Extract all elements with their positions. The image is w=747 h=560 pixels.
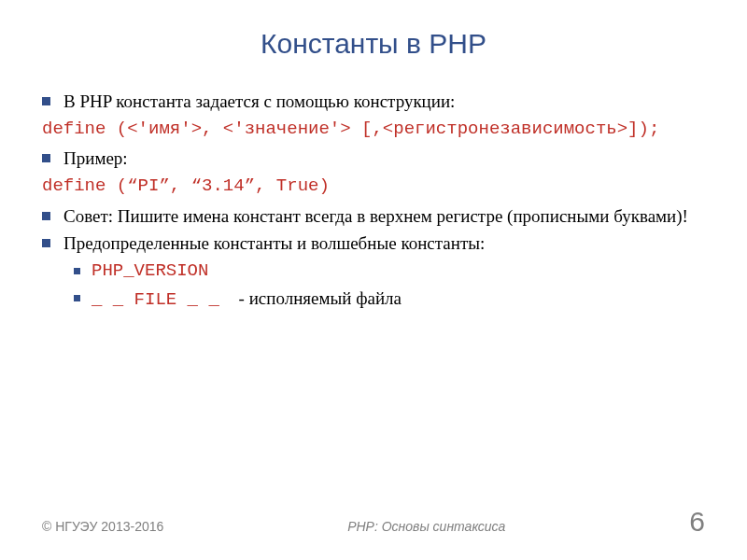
slide: Константы в PHP В PHP константа задается… <box>0 0 747 560</box>
list-item: Совет: Пишите имена констант всегда в ве… <box>42 204 705 229</box>
bullet-icon <box>74 268 80 274</box>
sublist-item: PHP_VERSION <box>42 259 705 284</box>
footer-title: PHP: Основы синтаксиса <box>163 519 689 534</box>
list-text: В PHP константа задается с помощью конст… <box>63 90 705 114</box>
bullet-icon <box>42 212 50 220</box>
code-inline: _ _ FILE _ _ <box>92 289 219 310</box>
code-line: PHP_VERSION <box>92 259 705 284</box>
list-item: В PHP константа задается с помощью конст… <box>42 90 705 114</box>
copyright: © НГУЭУ 2013-2016 <box>42 519 163 534</box>
slide-footer: © НГУЭУ 2013-2016 PHP: Основы синтаксиса… <box>0 506 747 538</box>
slide-content: В PHP константа задается с помощью конст… <box>42 90 705 313</box>
page-number: 6 <box>689 506 705 538</box>
list-text: Пример: <box>63 147 705 171</box>
slide-title: Константы в PHP <box>42 28 705 60</box>
bullet-icon <box>42 239 50 247</box>
bullet-icon <box>42 154 50 162</box>
code-line: define (“PI”, “3.14”, True) <box>42 175 705 199</box>
sublist-item: _ _ FILE _ _ - исполняемый файла <box>42 287 705 313</box>
list-text: Предопределенные константы и волшебные к… <box>63 231 705 256</box>
list-text: _ _ FILE _ _ - исполняемый файла <box>92 287 705 313</box>
list-item: Предопределенные константы и волшебные к… <box>42 231 705 256</box>
bullet-icon <box>42 97 50 105</box>
bullet-icon <box>74 295 80 301</box>
list-item: Пример: <box>42 147 705 171</box>
code-line: define (<'имя'>, <'значение'> [,<регистр… <box>42 118 705 142</box>
annotation: - исполняемый файла <box>239 288 402 308</box>
list-text: Совет: Пишите имена констант всегда в ве… <box>63 204 705 229</box>
